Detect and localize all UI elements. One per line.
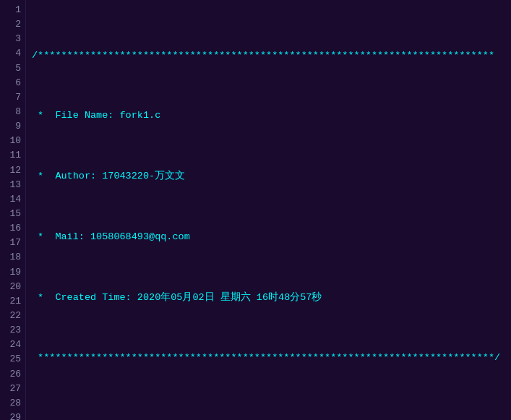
ln-16: 16 (3, 221, 21, 236)
ln-7: 7 (3, 90, 21, 105)
ln-28: 28 (3, 396, 21, 411)
code-line-4: * Mail: 1058068493@qq.com (32, 230, 505, 245)
ln-8: 8 (3, 105, 21, 119)
line-number-column: 1 2 3 4 5 6 7 8 9 10 11 12 13 14 15 16 1… (0, 0, 26, 420)
ln-5: 5 (3, 61, 21, 76)
ln-22: 22 (3, 309, 21, 323)
ln-18: 18 (3, 250, 21, 265)
ln-13: 13 (3, 178, 21, 192)
ln-10: 10 (3, 134, 21, 148)
ln-9: 9 (3, 119, 21, 134)
ln-23: 23 (3, 323, 21, 338)
ln-6: 6 (3, 76, 21, 90)
code-line-1: /***************************************… (32, 48, 505, 64)
code-editor: 1 2 3 4 5 6 7 8 9 10 11 12 13 14 15 16 1… (0, 0, 511, 420)
ln-21: 21 (3, 294, 21, 309)
code-text: /***************************************… (26, 0, 511, 420)
ln-25: 25 (3, 352, 21, 367)
code-line-2: * File Name: fork1.c (32, 108, 505, 124)
ln-2: 2 (3, 17, 21, 32)
ln-12: 12 (3, 163, 21, 178)
ln-24: 24 (3, 338, 21, 352)
ln-26: 26 (3, 367, 21, 382)
ln-1: 1 (3, 3, 21, 17)
ln-20: 20 (3, 280, 21, 294)
code-line-7 (32, 411, 505, 420)
ln-15: 15 (3, 207, 21, 221)
ln-27: 27 (3, 382, 21, 396)
ln-11: 11 (3, 148, 21, 163)
code-line-3: * Author: 17043220-万文文 (32, 169, 505, 184)
ln-17: 17 (3, 236, 21, 250)
ln-29: 29 (3, 411, 21, 420)
ln-4: 4 (3, 46, 21, 61)
code-line-6: ****************************************… (32, 351, 505, 366)
ln-3: 3 (3, 32, 21, 46)
ln-14: 14 (3, 192, 21, 207)
ln-19: 19 (3, 265, 21, 280)
code-line-5: * Created Time: 2020年05月02日 星期六 16时48分57… (32, 291, 505, 306)
